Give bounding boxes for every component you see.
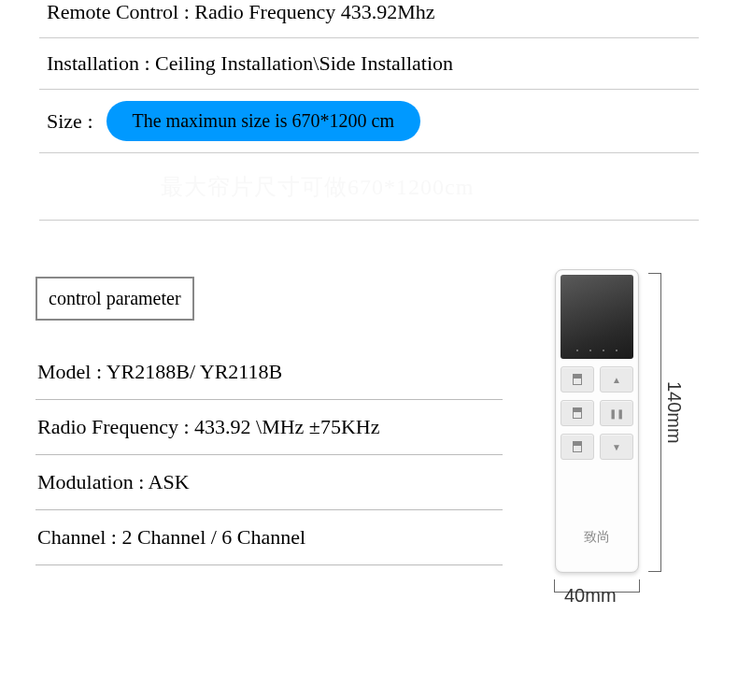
- blind-icon: [573, 441, 582, 452]
- spec-remote-control: Remote Control : Radio Frequency 433.92M…: [39, 0, 699, 38]
- remote-logo: 致尚: [556, 529, 638, 546]
- ghost-text: 最大帘片尺寸可做670*1200cm: [161, 172, 474, 202]
- size-value-pill: The maximun size is 670*1200 cm: [106, 101, 421, 141]
- remote-device: ▲ ❚❚ ▼ 致尚: [555, 269, 639, 573]
- ghost-spec-row: 最大帘片尺寸可做670*1200cm: [39, 153, 699, 221]
- blind-icon: [573, 374, 582, 385]
- param-channel: Channel : 2 Channel / 6 Channel: [35, 510, 503, 565]
- remote-blind-button-3[interactable]: [561, 434, 594, 460]
- remote-down-button[interactable]: ▼: [600, 434, 633, 460]
- control-parameter-section: control parameter Model : YR2188B/ YR211…: [35, 277, 503, 573]
- remote-screen: [561, 275, 633, 359]
- height-dimension-label: 140mm: [663, 381, 685, 444]
- spec-size-row: Size : The maximun size is 670*1200 cm: [39, 90, 699, 153]
- control-parameter-header: control parameter: [35, 277, 194, 321]
- param-modulation: Modulation : ASK: [35, 455, 503, 510]
- size-label: Size :: [47, 109, 93, 134]
- width-dimension-label: 40mm: [564, 585, 617, 607]
- remote-blind-button-2[interactable]: [561, 400, 594, 426]
- height-bracket: [648, 273, 661, 572]
- spec-installation: Installation : Ceiling Installation\Side…: [39, 38, 699, 90]
- param-radio-frequency: Radio Frequency : 433.92 \MHz ±75KHz: [35, 400, 503, 455]
- remote-up-button[interactable]: ▲: [600, 366, 633, 393]
- remote-blind-button-1[interactable]: [561, 366, 594, 393]
- blind-icon: [573, 407, 582, 419]
- param-model: Model : YR2188B/ YR2118B: [35, 345, 503, 400]
- remote-diagram: ▲ ❚❚ ▼ 致尚 140mm 40mm: [503, 277, 732, 573]
- remote-pause-button[interactable]: ❚❚: [600, 400, 633, 426]
